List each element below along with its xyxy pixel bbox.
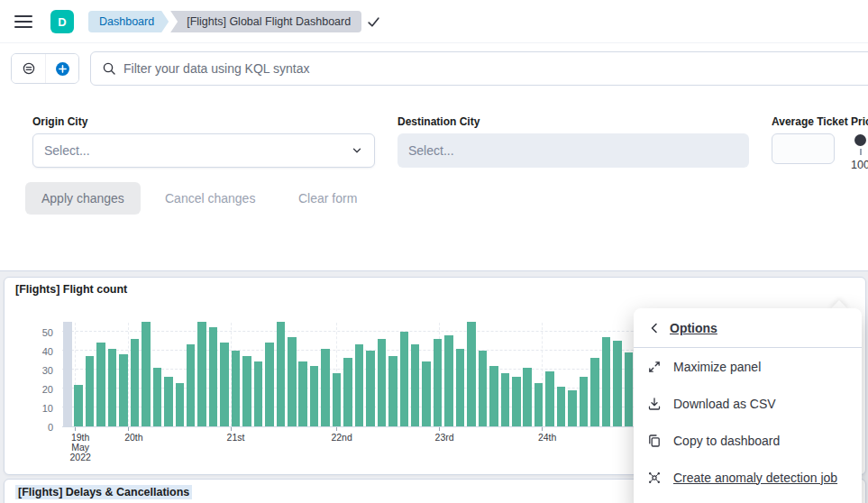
y-axis-tick-label: 30 <box>5 365 53 376</box>
origin-city-label: Origin City <box>32 115 87 128</box>
flight-count-panel-title[interactable]: [Flights] Flight count <box>15 283 127 296</box>
flight-count-bar[interactable] <box>400 332 409 426</box>
panel-options-menu: Options Maximize panel Download as CSV C… <box>634 308 862 503</box>
breadcrumb: Dashboard [Flights] Global Flight Dashbo… <box>88 11 361 32</box>
flight-count-bar[interactable] <box>164 377 173 426</box>
destination-city-select[interactable]: Select... <box>397 133 749 168</box>
y-axis-tick-label: 10 <box>5 403 53 414</box>
menu-toggle-button[interactable] <box>14 12 34 32</box>
confirm-button[interactable] <box>366 14 384 30</box>
flight-count-bar[interactable] <box>343 358 352 426</box>
options-menu-title: Options <box>670 321 717 335</box>
flight-count-bar[interactable] <box>613 341 622 426</box>
flight-count-bar[interactable] <box>63 322 72 426</box>
flight-count-bar[interactable] <box>119 354 128 426</box>
flight-count-bar[interactable] <box>535 383 544 427</box>
top-section: D Dashboard [Flights] Global Flight Dash… <box>0 0 868 271</box>
destination-city-placeholder: Select... <box>408 143 454 158</box>
clear-form-button[interactable]: Clear form <box>298 182 357 215</box>
menu-item-copy-to-dashboard[interactable]: Copy to dashboard <box>634 422 862 459</box>
add-control-button[interactable] <box>45 54 78 83</box>
flight-count-bar[interactable] <box>456 349 465 426</box>
flight-count-bar[interactable] <box>220 343 229 426</box>
flight-count-bar[interactable] <box>131 339 140 426</box>
x-axis-tick-label: 20th <box>124 433 142 443</box>
menu-item-create-anomaly-job[interactable]: Create anomaly detection job <box>634 459 862 496</box>
x-axis-tick-label: 24th <box>538 433 556 443</box>
flight-count-bar[interactable] <box>176 383 185 427</box>
chevron-down-icon <box>351 144 363 157</box>
flight-count-bar[interactable] <box>265 343 274 426</box>
flight-count-bar[interactable] <box>333 373 342 426</box>
deployment-logo[interactable]: D <box>50 10 74 33</box>
chevron-left-icon <box>647 321 662 335</box>
flight-count-bar[interactable] <box>512 377 521 426</box>
x-axis-tick-label: 19th May 2022 <box>69 433 90 462</box>
flight-count-bar[interactable] <box>479 351 488 426</box>
flight-count-bar[interactable] <box>366 351 375 426</box>
search-icon <box>102 61 116 76</box>
breadcrumb-dashboard[interactable]: Dashboard <box>88 11 169 32</box>
flight-count-bar[interactable] <box>232 351 241 426</box>
flight-count-bar[interactable] <box>523 368 532 426</box>
flight-count-bar[interactable] <box>580 377 589 426</box>
ml-icon <box>647 471 662 485</box>
flight-count-bar[interactable] <box>467 322 476 426</box>
menu-item-maximize-panel[interactable]: Maximize panel <box>634 348 862 385</box>
options-back-button[interactable]: Options <box>634 308 862 348</box>
flight-count-bar[interactable] <box>108 349 117 426</box>
x-gridline <box>128 323 129 426</box>
breadcrumb-current-dashboard[interactable]: [Flights] Global Flight Dashboard <box>170 11 361 32</box>
controls-button-group <box>11 53 79 84</box>
flight-count-bar[interactable] <box>153 368 162 426</box>
flight-count-bar[interactable] <box>545 371 554 426</box>
flight-count-bar[interactable] <box>321 349 330 426</box>
flight-count-bar[interactable] <box>310 366 319 426</box>
price-slider-handle[interactable] <box>854 134 866 146</box>
flight-count-bar[interactable] <box>602 337 611 426</box>
menu-item-download-csv[interactable]: Download as CSV <box>634 385 862 422</box>
x-axis-tick <box>231 427 232 431</box>
flight-count-bar[interactable] <box>187 344 196 426</box>
app-header: D Dashboard [Flights] Global Flight Dash… <box>0 0 868 43</box>
flight-count-bar[interactable] <box>254 361 263 426</box>
flight-count-bar[interactable] <box>501 373 510 426</box>
flight-count-bar[interactable] <box>411 344 420 426</box>
flight-count-bar[interactable] <box>422 361 431 426</box>
flight-count-bar[interactable] <box>388 356 397 426</box>
flight-count-bar[interactable] <box>489 366 498 426</box>
delays-panel-title[interactable]: [Flights] Delays & Cancellations <box>15 485 192 499</box>
x-axis-tick <box>439 427 440 431</box>
flight-count-bar[interactable] <box>142 322 151 426</box>
flight-count-bar[interactable] <box>96 343 105 426</box>
y-axis-tick-label: 0 <box>5 422 53 433</box>
x-axis-tick-label: 21st <box>227 433 245 443</box>
flight-count-bar[interactable] <box>625 352 634 426</box>
flight-count-bar[interactable] <box>568 390 577 426</box>
x-axis-tick-label: 23rd <box>435 433 454 443</box>
flight-count-bar[interactable] <box>557 387 566 426</box>
flight-count-bar[interactable] <box>209 327 218 426</box>
ticket-price-min-input[interactable] <box>772 133 835 164</box>
flight-count-bar[interactable] <box>197 322 206 426</box>
flight-count-bar[interactable] <box>378 339 387 426</box>
flight-count-bar[interactable] <box>444 335 453 426</box>
kql-query-input[interactable] <box>123 61 863 76</box>
x-axis-tick-label: 22nd <box>331 433 352 443</box>
flight-count-bar[interactable] <box>298 361 307 426</box>
flight-count-bar[interactable] <box>74 385 83 426</box>
hamburger-icon <box>14 15 32 17</box>
flight-count-bar[interactable] <box>242 356 251 426</box>
cancel-changes-button[interactable]: Cancel changes <box>165 182 255 215</box>
flight-count-bar[interactable] <box>277 322 286 426</box>
flight-count-bar[interactable] <box>355 344 364 426</box>
flight-count-bar[interactable] <box>288 337 297 426</box>
apply-changes-button[interactable]: Apply changes <box>25 182 141 215</box>
download-icon <box>647 397 662 411</box>
origin-city-placeholder: Select... <box>44 143 90 158</box>
origin-city-select[interactable]: Select... <box>32 133 375 168</box>
flight-count-bar[interactable] <box>434 339 443 426</box>
flight-count-bar[interactable] <box>590 358 599 426</box>
flight-count-bar[interactable] <box>86 356 95 426</box>
control-settings-button[interactable] <box>12 54 45 83</box>
